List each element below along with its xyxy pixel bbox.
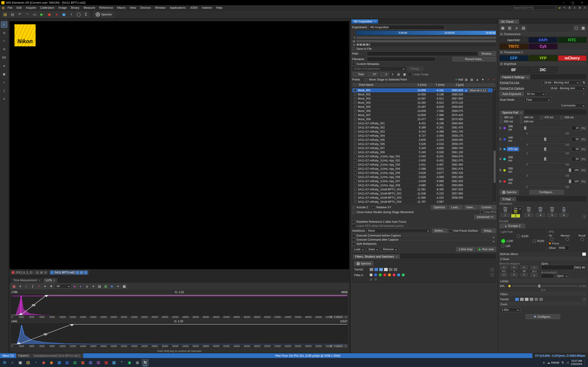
annotation-a-icon[interactable]: A: [582, 6, 587, 10]
point-checkbox[interactable]: [354, 118, 356, 120]
slider-thumb[interactable]: [544, 138, 546, 141]
turret-position-icon[interactable]: [389, 268, 393, 271]
wavelength-enable[interactable]: 440 nm: [520, 116, 537, 119]
duplicate-icon[interactable]: ▤: [464, 77, 468, 82]
pfs-memory-button[interactable]: [565, 238, 569, 241]
spotify[interactable]: ◉: [126, 359, 133, 366]
z-step-down-button[interactable]: ▼: [531, 274, 538, 277]
point-checkbox[interactable]: [354, 155, 356, 158]
nd-acquisition-tab[interactable]: ND Acquisition ×: [351, 19, 378, 24]
l100-port-icon[interactable]: [501, 239, 506, 243]
browse-button[interactable]: Browse...: [479, 51, 496, 56]
wavelength-enable[interactable]: 508 nm: [561, 116, 578, 119]
intensity-slider[interactable]: [520, 157, 570, 161]
optical-configuration-button[interactable]: FITC: [558, 37, 587, 43]
tab-window-icon[interactable]: ▢: [76, 271, 79, 274]
objective-position[interactable]: 4x 6: [558, 206, 569, 218]
z-open-select[interactable]: Open: [555, 274, 569, 278]
volume-icon[interactable]: ◁: [566, 361, 569, 364]
move-up-icon[interactable]: ▲: [475, 77, 480, 82]
zoom-tool[interactable]: ◎: [1, 30, 7, 36]
exec-after-checkbox[interactable]: [352, 238, 355, 241]
table-row[interactable]: SA11-G7-mRuby_001 6.431 -6.198 2560.800: [352, 121, 493, 125]
wavelength-label[interactable]: 470 nm: [507, 147, 519, 151]
slider-thumb[interactable]: [524, 126, 526, 130]
firefox[interactable]: ◉: [48, 359, 55, 366]
point-checkbox[interactable]: [354, 172, 356, 174]
spectra-configure-button[interactable]: Configure...: [529, 190, 564, 194]
timeline-ruler[interactable]: 5:00:0010:00:0015:00:00: [356, 31, 496, 35]
excel[interactable]: ▦: [71, 359, 78, 366]
close-icon[interactable]: ×: [396, 255, 397, 258]
experiment-input[interactable]: [369, 25, 445, 30]
menu-item[interactable]: Acquire: [24, 6, 38, 10]
filter-position-icon[interactable]: [529, 298, 534, 301]
search[interactable]: ○: [9, 359, 16, 366]
dropdown-icon[interactable]: ▾: [115, 284, 121, 289]
panel-tab[interactable]: LUTs ×: [43, 278, 57, 283]
timing-button[interactable]: Timing...: [407, 67, 423, 71]
z-step-down-button[interactable]: ▼: [510, 273, 518, 277]
objective-position[interactable]: 10x 2: [511, 206, 523, 218]
edge[interactable]: ◔: [32, 359, 40, 366]
wavelength-checkbox[interactable]: [520, 116, 523, 119]
settings-icon[interactable]: ▩: [121, 284, 127, 289]
brush-icon[interactable]: ▰: [557, 6, 562, 10]
add-panel-icon[interactable]: ▩: [580, 25, 586, 31]
close-icon[interactable]: ×: [53, 279, 55, 282]
table-row[interactable]: SA11-G7-mRuby_004 6.727 -3.493 2558.175: [352, 134, 493, 138]
turret-position-icon[interactable]: [384, 268, 388, 271]
list-icon[interactable]: ▥: [469, 77, 474, 82]
menu-item[interactable]: Help: [214, 6, 225, 10]
picker-tool[interactable]: +: [1, 38, 7, 44]
escape-z-button[interactable]: ▲ Escape Z: [500, 224, 525, 228]
turret-position-icon[interactable]: [374, 268, 378, 271]
photos[interactable]: ▦: [110, 359, 118, 366]
outlook[interactable]: ▦: [56, 359, 63, 366]
close-icon[interactable]: ×: [374, 20, 376, 23]
table-row[interactable]: SA11-G7-mRuby_1U/mL-Apy_003 -2.611 -4.45…: [352, 163, 493, 167]
close-button[interactable]: ×: [578, 0, 587, 5]
ti-pad-tab[interactable]: Ti Pad ×: [500, 197, 516, 201]
layers-tool[interactable]: ≡: [1, 96, 7, 102]
move-stage-checkbox[interactable]: [365, 78, 368, 81]
timeline-lane[interactable]: A:: [352, 43, 496, 46]
point-checkbox[interactable]: [354, 130, 356, 133]
image-viewer[interactable]: Nikon: [9, 21, 350, 269]
oc-panel-tab[interactable]: OC Panel ×: [499, 19, 519, 24]
z-step-value[interactable]: 1: [513, 270, 515, 273]
record-data-button[interactable]: Record Data...: [452, 57, 496, 61]
word[interactable]: ▦: [63, 359, 71, 366]
z-step-down-button[interactable]: ▼: [521, 273, 527, 277]
menu-item[interactable]: File: [6, 6, 15, 10]
wavelength-label[interactable]: 440 nm: [507, 135, 519, 143]
close-icon[interactable]: ×: [520, 111, 521, 114]
wavelength-label[interactable]: 395 nm: [507, 124, 519, 132]
filename-input[interactable]: [367, 57, 436, 61]
objective-position[interactable]: 20x 1: [500, 206, 511, 218]
relative-xy-checkbox[interactable]: [372, 206, 375, 209]
define-button[interactable]: Define...: [432, 228, 448, 233]
tab-dock-icon[interactable]: ⊟: [40, 271, 43, 274]
format-for-live-label[interactable]: Format For Live: [500, 81, 519, 84]
layout-grid-icon[interactable]: ▦: [500, 25, 506, 31]
objective-position[interactable]: 40x 4: [535, 206, 546, 218]
menu-item[interactable]: Addons: [200, 6, 214, 10]
layout-columns-icon[interactable]: ▤: [520, 25, 527, 31]
close-icon[interactable]: ×: [512, 198, 514, 201]
external-link-icon[interactable]: ↗: [490, 273, 494, 276]
channel-filter-select[interactable]: All: [55, 284, 71, 289]
large-image-checkbox[interactable]: [408, 73, 411, 76]
move-down-icon[interactable]: ▼: [481, 77, 485, 82]
gamma-icon[interactable]: γ: [84, 284, 90, 289]
z-step-down-button[interactable]: ▼: [501, 273, 507, 277]
point-checkbox[interactable]: [354, 114, 356, 116]
objective-position[interactable]: 20x 3: [523, 206, 534, 218]
order-of-experiment-select[interactable]: Order of Experiment: [352, 67, 406, 71]
point-checkbox[interactable]: [354, 106, 356, 108]
optical-configuration-button[interactable]: DAPI: [528, 37, 557, 43]
lamp-intensity-slider[interactable]: [512, 284, 578, 288]
exec-before-select[interactable]: [402, 235, 496, 236]
crop-tool[interactable]: ▣: [1, 71, 7, 77]
z-step-value[interactable]: 10: [523, 270, 526, 273]
